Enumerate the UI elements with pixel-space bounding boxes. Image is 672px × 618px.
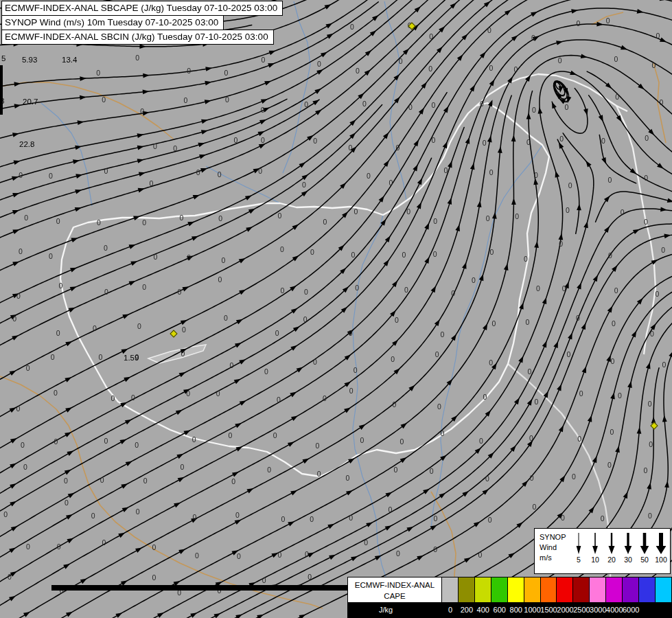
cape-color-swatch <box>623 577 639 602</box>
wind-arrow-down-icon <box>621 531 635 555</box>
cape-color-swatch <box>442 577 459 602</box>
wind-speed-label: 5 <box>570 556 587 564</box>
title-line-sbcape: ECMWF-INDEX-ANAL SBCAPE (J/kg) Tuesday 0… <box>1 1 283 16</box>
cape-color-swatch <box>475 577 491 602</box>
wind-speed-scale-item: 10 <box>587 531 603 573</box>
wind-legend-subtitle: Wind <box>540 542 570 553</box>
title-line-synop-wind: SYNOP Wind (m/s) 10m Tuesday 07-10-2025 … <box>1 15 224 30</box>
wind-speed-scale-item: 50 <box>636 531 653 573</box>
wind-speed-label: 30 <box>620 556 636 564</box>
cape-tick-label: 6000 <box>623 606 639 614</box>
cape-tick-label: 2000 <box>557 606 573 614</box>
weather-map-screen: 0000000000000000000000000000000000000000… <box>0 0 672 618</box>
wind-legend: SYNOP Wind m/s 510203050100 <box>534 528 671 574</box>
cape-color-swatch <box>590 577 606 602</box>
cape-tick-label: 4000 <box>606 606 623 614</box>
wind-speed-scale-item: 30 <box>620 531 636 573</box>
wind-speed-label: 20 <box>603 556 620 564</box>
wind-arrow-down-icon <box>605 531 618 555</box>
cape-color-swatch <box>557 577 573 602</box>
cape-tick-label: 800 <box>510 606 522 614</box>
wind-arrow-down-icon <box>638 531 651 555</box>
cape-tick-label: 200 <box>461 606 473 614</box>
cape-legend-title-box: ECMWF-INDEX-ANAL CAPE <box>347 577 442 603</box>
cape-color-swatch <box>656 577 671 602</box>
cape-tick-label: 2500 <box>573 606 590 614</box>
cape-color-swatch <box>524 577 541 602</box>
cape-colorbar <box>442 577 672 603</box>
cape-color-swatch <box>508 577 524 602</box>
wind-streamlines-canvas <box>0 0 672 618</box>
title-line-sbcin: ECMWF-INDEX-ANAL SBCIN (J/kg) Tuesday 07… <box>1 30 274 45</box>
wind-legend-title: SYNOP <box>540 532 570 542</box>
wind-speed-scale-item: 20 <box>603 531 620 573</box>
wind-legend-scale: 510203050100 <box>570 529 670 573</box>
cape-color-swatch <box>639 577 656 602</box>
wind-legend-labels: SYNOP Wind m/s <box>535 529 570 573</box>
cape-legend-unit: J/kg <box>379 606 393 614</box>
cape-tick-label: 400 <box>477 606 489 614</box>
cape-legend: ECMWF-INDEX-ANAL CAPE J/kg 0200400600800… <box>347 577 672 618</box>
wind-legend-unit: m/s <box>540 553 570 563</box>
map-frame-bottom <box>51 585 354 591</box>
cape-tick-label: 1500 <box>540 606 557 614</box>
wind-speed-label: 100 <box>653 556 669 564</box>
wind-arrow-down-icon <box>572 531 586 555</box>
cape-color-swatch <box>573 577 590 602</box>
wind-speed-label: 50 <box>636 556 653 564</box>
cape-tick-label: 1000 <box>524 606 540 614</box>
cape-legend-model: ECMWF-INDEX-ANAL <box>348 580 441 591</box>
cape-tick-label: 600 <box>494 606 506 614</box>
wind-arrow-down-icon <box>588 531 602 555</box>
cape-tick-label: 0 <box>448 606 452 614</box>
map-title-box: ECMWF-INDEX-ANAL SBCAPE (J/kg) Tuesday 0… <box>1 1 283 45</box>
cape-color-swatch <box>606 577 623 602</box>
wind-speed-scale-item: 100 <box>653 531 669 573</box>
cape-color-swatch <box>459 577 475 602</box>
wind-arrow-down-icon <box>654 531 668 555</box>
cape-tick-label: 3000 <box>590 606 606 614</box>
cape-legend-ticks: J/kg 02004006008001000150020002500300040… <box>347 603 672 618</box>
cape-legend-top: ECMWF-INDEX-ANAL CAPE <box>347 577 672 603</box>
wind-speed-scale-item: 5 <box>570 531 587 573</box>
cape-color-swatch <box>541 577 557 602</box>
wind-speed-label: 10 <box>587 556 603 564</box>
cape-legend-parameter: CAPE <box>348 591 441 602</box>
cape-color-swatch <box>491 577 508 602</box>
map-frame-left <box>0 65 3 115</box>
